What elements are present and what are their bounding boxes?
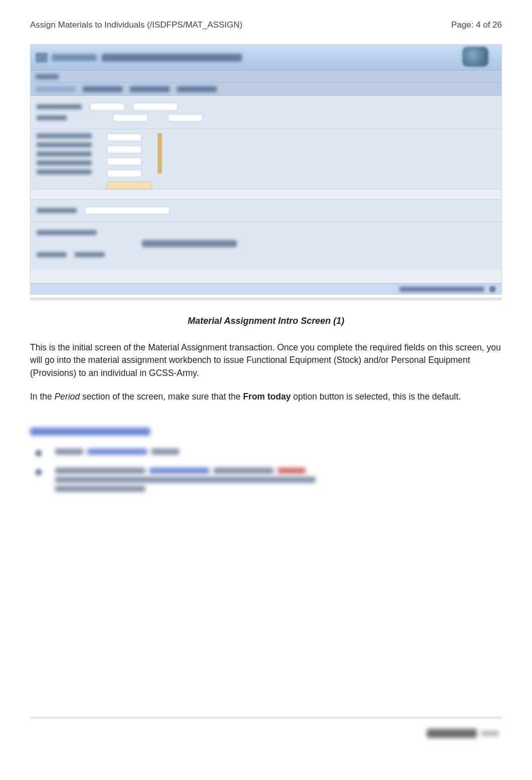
status-text <box>399 287 484 292</box>
org-structure-label <box>37 230 97 235</box>
step-number-icon <box>35 450 42 457</box>
link-text[interactable] <box>87 449 147 455</box>
gcss-logo-icon <box>462 47 488 67</box>
doc-title: Assign Materials to Individuals (/ISDFPS… <box>30 20 242 30</box>
tabbar <box>31 83 501 96</box>
org-structure-panel <box>31 222 501 269</box>
description-input[interactable] <box>85 207 170 215</box>
status-icon <box>489 286 495 292</box>
link-text[interactable] <box>149 468 209 474</box>
date-from-input[interactable] <box>113 114 148 122</box>
sel-input-2[interactable] <box>107 145 142 153</box>
footer-divider <box>30 717 502 720</box>
app-screenshot <box>30 44 502 295</box>
footer-brand <box>427 727 502 740</box>
tab-display[interactable] <box>83 86 123 92</box>
status-bar <box>31 283 501 294</box>
scroll-indicator-icon <box>158 133 162 173</box>
period-field[interactable] <box>90 103 125 111</box>
sel-input-4[interactable] <box>107 169 142 177</box>
from-today-radio[interactable] <box>133 103 178 111</box>
window-title <box>102 54 242 62</box>
menu-icon[interactable] <box>36 53 48 63</box>
steps-heading <box>30 428 150 436</box>
step-number-icon <box>35 469 42 476</box>
sel-input-5[interactable] <box>107 181 152 189</box>
tab-selection[interactable] <box>36 86 76 92</box>
step-2 <box>35 468 502 492</box>
sel-input-3[interactable] <box>107 157 142 165</box>
period-label <box>37 104 82 109</box>
step-1 <box>35 449 502 457</box>
period-paragraph: In the Period section of the screen, mak… <box>30 391 502 403</box>
app-toolbar <box>31 45 501 71</box>
description-panel <box>31 200 501 222</box>
tab-layout[interactable] <box>177 86 217 92</box>
figure-caption: Material Assignment Intro Screen (1) <box>30 316 502 326</box>
page-number: Page: 4 of 26 <box>451 20 502 30</box>
tab-output[interactable] <box>130 86 170 92</box>
emphasis-text <box>278 468 306 474</box>
subheader <box>31 71 501 83</box>
selection-panel <box>31 129 501 189</box>
description-label <box>37 208 77 213</box>
intro-paragraph: This is the initial screen of the Materi… <box>30 341 502 379</box>
sel-input-1[interactable] <box>107 133 142 141</box>
steps-list <box>30 449 502 492</box>
toolbar-button[interactable] <box>52 54 97 61</box>
org-structure-value <box>142 240 237 247</box>
period-panel <box>31 96 501 129</box>
date-to-input[interactable] <box>168 114 203 122</box>
